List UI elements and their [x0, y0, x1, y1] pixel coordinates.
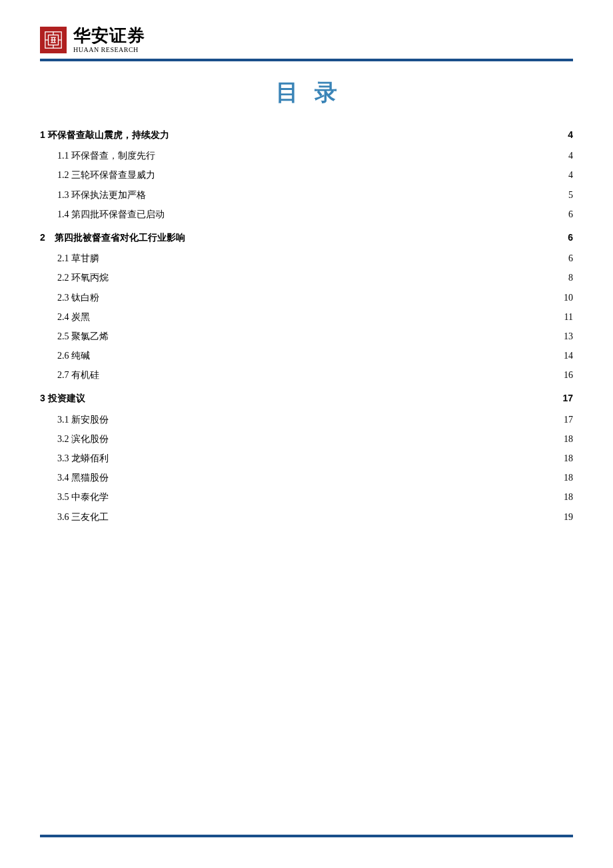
- toc-entry-label: 2.6 纯碱: [57, 347, 90, 364]
- toc-entry-label: 2.3 钛白粉: [57, 289, 99, 306]
- toc-entry-label: 3.3 龙蟒佰利: [57, 450, 109, 467]
- toc-entry[interactable]: 1 环保督查敲山震虎，持续发力4: [40, 127, 573, 143]
- toc-entry-label: 3.5 中泰化学: [57, 489, 109, 505]
- toc-entry-page: 4: [568, 167, 573, 183]
- toc-entry-page: 6: [568, 229, 573, 246]
- toc-entry[interactable]: 2.6 纯碱14: [40, 347, 573, 364]
- toc-entry[interactable]: 2 第四批被督查省对化工行业影响6: [40, 229, 573, 246]
- toc-entry[interactable]: 2.4 炭黑11: [40, 309, 573, 325]
- toc-entry[interactable]: 1.2 三轮环保督查显威力4: [40, 167, 573, 183]
- toc-entry-label: 1.1 环保督查，制度先行: [57, 147, 155, 164]
- toc-entry-page: 4: [568, 147, 573, 164]
- toc-entry[interactable]: 3 投资建议17: [40, 390, 573, 407]
- brand-header: 华安证券 HUAAN RESEARCH: [40, 27, 573, 53]
- toc-entry[interactable]: 1.3 环保执法更加严格5: [40, 187, 573, 203]
- header-divider: [40, 59, 573, 61]
- toc-entry[interactable]: 3.6 三友化工19: [40, 509, 573, 525]
- toc-entry[interactable]: 3.2 滨化股份18: [40, 431, 573, 447]
- table-of-contents: 1 环保督查敲山震虎，持续发力41.1 环保督查，制度先行41.2 三轮环保督查…: [40, 127, 573, 525]
- toc-entry[interactable]: 1.4 第四批环保督查已启动6: [40, 206, 573, 223]
- toc-entry-label: 3.1 新安股份: [57, 411, 109, 428]
- toc-entry-page: 18: [564, 431, 573, 447]
- toc-entry[interactable]: 3.5 中泰化学18: [40, 489, 573, 505]
- toc-entry-page: 11: [564, 309, 573, 325]
- toc-entry-label: 2.5 聚氯乙烯: [57, 328, 109, 345]
- toc-entry-page: 18: [564, 489, 573, 505]
- toc-entry[interactable]: 2.7 有机硅16: [40, 367, 573, 383]
- toc-entry-label: 1.3 环保执法更加严格: [57, 187, 146, 203]
- toc-entry-label: 3.4 黑猫股份: [57, 469, 109, 486]
- toc-entry-page: 17: [562, 390, 573, 407]
- toc-entry-page: 13: [564, 328, 573, 345]
- toc-entry-label: 1.2 三轮环保督查显威力: [57, 167, 155, 183]
- toc-entry-label: 2 第四批被督查省对化工行业影响: [40, 229, 185, 246]
- toc-entry-page: 16: [564, 367, 573, 383]
- brand-name-cn: 华安证券: [73, 27, 145, 46]
- toc-entry[interactable]: 3.1 新安股份17: [40, 411, 573, 428]
- brand-name-en: HUAAN RESEARCH: [73, 46, 145, 53]
- toc-entry[interactable]: 2.5 聚氯乙烯13: [40, 328, 573, 345]
- toc-entry-page: 8: [568, 269, 573, 286]
- toc-entry-label: 1.4 第四批环保督查已启动: [57, 206, 165, 223]
- toc-entry-label: 2.7 有机硅: [57, 367, 99, 383]
- toc-entry-label: 3.6 三友化工: [57, 509, 109, 525]
- toc-entry-page: 10: [564, 289, 573, 306]
- page-title: 目录: [40, 77, 573, 108]
- toc-entry[interactable]: 1.1 环保督查，制度先行4: [40, 147, 573, 164]
- toc-entry-page: 19: [564, 509, 573, 525]
- toc-entry-page: 17: [564, 411, 573, 428]
- toc-entry[interactable]: 3.3 龙蟒佰利18: [40, 450, 573, 467]
- toc-entry-page: 18: [564, 469, 573, 486]
- toc-entry-label: 3.2 滨化股份: [57, 431, 109, 447]
- toc-entry-page: 5: [568, 187, 573, 203]
- toc-entry-label: 2.1 草甘膦: [57, 250, 99, 267]
- toc-entry[interactable]: 2.2 环氧丙烷8: [40, 269, 573, 286]
- toc-entry[interactable]: 3.4 黑猫股份18: [40, 469, 573, 486]
- footer-divider: [40, 835, 573, 837]
- toc-entry-page: 6: [568, 250, 573, 267]
- toc-entry-label: 2.2 环氧丙烷: [57, 269, 109, 286]
- toc-entry-label: 1 环保督查敲山震虎，持续发力: [40, 127, 169, 143]
- toc-entry-page: 6: [568, 206, 573, 223]
- toc-entry-page: 18: [564, 450, 573, 467]
- toc-entry-page: 14: [564, 347, 573, 364]
- brand-text: 华安证券 HUAAN RESEARCH: [73, 27, 145, 53]
- toc-entry[interactable]: 2.3 钛白粉10: [40, 289, 573, 306]
- toc-entry-label: 2.4 炭黑: [57, 309, 90, 325]
- document-page: 华安证券 HUAAN RESEARCH 目录 1 环保督查敲山震虎，持续发力41…: [0, 0, 613, 868]
- brand-logo-icon: [40, 27, 67, 53]
- toc-entry-page: 4: [568, 127, 573, 143]
- toc-entry-label: 3 投资建议: [40, 390, 85, 407]
- toc-entry[interactable]: 2.1 草甘膦6: [40, 250, 573, 267]
